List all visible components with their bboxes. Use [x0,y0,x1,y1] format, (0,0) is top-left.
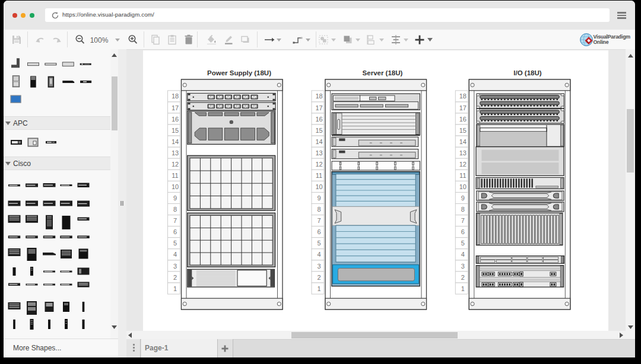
svg-text:13: 13 [315,149,322,157]
svg-text:15: 15 [315,127,322,134]
svg-text:3: 3 [461,263,465,270]
svg-text:3: 3 [173,263,177,270]
svg-text:1: 1 [317,285,320,292]
svg-text:9: 9 [317,194,320,202]
svg-text:6: 6 [461,228,465,235]
svg-text:4: 4 [461,251,465,258]
svg-text:4: 4 [173,251,177,258]
svg-text:Server (18U): Server (18U) [363,69,403,76]
svg-text:17: 17 [459,104,467,111]
svg-text:1: 1 [461,285,465,292]
svg-text:16: 16 [315,116,322,123]
svg-text:18: 18 [172,92,179,100]
svg-text:15: 15 [172,127,179,134]
svg-text:14: 14 [315,138,322,145]
svg-text:10: 10 [315,183,322,190]
svg-text:16: 16 [172,116,179,123]
svg-text:8: 8 [317,206,320,213]
svg-text:7: 7 [173,217,177,224]
svg-text:1: 1 [173,285,177,292]
svg-text:9: 9 [461,194,465,202]
svg-text:6: 6 [173,228,177,235]
svg-text:11: 11 [459,172,466,179]
svg-text:13: 13 [459,149,467,157]
svg-text:9: 9 [173,194,177,202]
svg-text:2: 2 [461,274,465,281]
svg-text:5: 5 [173,240,177,247]
svg-text:8: 8 [173,206,177,213]
svg-text:16: 16 [459,116,467,123]
svg-text:13: 13 [172,149,179,157]
svg-text:2: 2 [173,274,177,281]
svg-text:5: 5 [461,240,465,247]
svg-text:18: 18 [459,92,467,100]
svg-text:I/O (18U): I/O (18U) [513,69,541,76]
svg-text:6: 6 [317,228,320,235]
svg-text:11: 11 [172,172,178,179]
svg-text:10: 10 [172,183,179,190]
svg-text:4: 4 [317,251,320,258]
svg-text:3: 3 [317,263,320,270]
svg-text:12: 12 [459,161,467,168]
svg-text:5: 5 [317,240,320,247]
svg-text:8: 8 [461,206,465,213]
svg-text:14: 14 [172,138,179,145]
svg-text:17: 17 [315,104,322,111]
svg-text:7: 7 [461,217,465,224]
svg-text:12: 12 [172,161,179,168]
svg-text:15: 15 [459,127,467,134]
svg-text:14: 14 [459,138,467,145]
svg-text:11: 11 [316,172,322,179]
svg-text:7: 7 [317,217,320,224]
svg-text:2: 2 [317,274,320,281]
svg-text:12: 12 [315,161,322,168]
svg-text:17: 17 [172,104,179,111]
svg-text:10: 10 [459,183,467,190]
svg-text:18: 18 [315,92,322,100]
svg-text:Power Supply (18U): Power Supply (18U) [207,69,271,76]
